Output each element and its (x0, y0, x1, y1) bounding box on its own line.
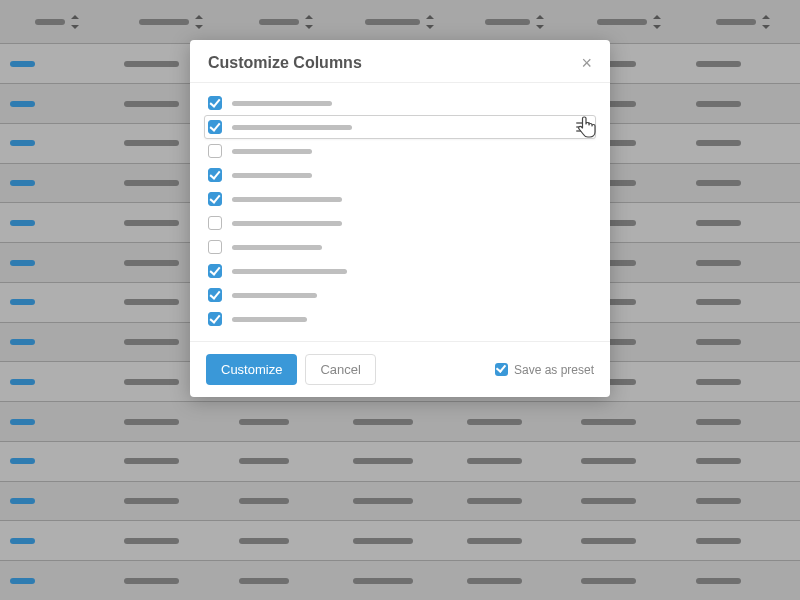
dialog-footer: Customize Cancel Save as preset (190, 342, 610, 397)
column-option-row[interactable] (204, 211, 596, 235)
column-name-placeholder (232, 101, 332, 106)
column-visibility-checkbox[interactable] (208, 312, 222, 326)
column-name-placeholder (232, 125, 352, 130)
column-name-placeholder (232, 269, 347, 274)
column-name-placeholder (232, 197, 342, 202)
column-name-placeholder (232, 317, 307, 322)
column-option-row[interactable] (204, 283, 596, 307)
column-visibility-checkbox[interactable] (208, 216, 222, 230)
close-icon[interactable]: × (581, 54, 592, 72)
column-option-row[interactable] (204, 139, 596, 163)
save-preset-label: Save as preset (514, 363, 594, 377)
column-visibility-checkbox[interactable] (208, 264, 222, 278)
column-visibility-checkbox[interactable] (208, 120, 222, 134)
column-name-placeholder (232, 293, 317, 298)
column-option-row[interactable] (204, 259, 596, 283)
dialog-header: Customize Columns × (190, 40, 610, 82)
customize-columns-dialog: Customize Columns × Customize Cancel Sav… (190, 40, 610, 397)
column-option-row[interactable] (204, 307, 596, 331)
column-option-row[interactable] (204, 235, 596, 259)
column-visibility-checkbox[interactable] (208, 192, 222, 206)
column-visibility-checkbox[interactable] (208, 96, 222, 110)
drag-handle-icon[interactable] (576, 122, 592, 132)
column-list (190, 82, 610, 342)
column-name-placeholder (232, 173, 312, 178)
column-option-row[interactable] (204, 91, 596, 115)
column-option-row[interactable] (204, 115, 596, 139)
customize-button[interactable]: Customize (206, 354, 297, 385)
column-option-row[interactable] (204, 187, 596, 211)
column-visibility-checkbox[interactable] (208, 144, 222, 158)
column-name-placeholder (232, 221, 342, 226)
column-name-placeholder (232, 245, 322, 250)
cancel-button[interactable]: Cancel (305, 354, 375, 385)
column-option-row[interactable] (204, 163, 596, 187)
column-visibility-checkbox[interactable] (208, 168, 222, 182)
column-visibility-checkbox[interactable] (208, 288, 222, 302)
save-preset-group: Save as preset (495, 363, 594, 377)
dialog-title: Customize Columns (208, 54, 362, 72)
save-preset-checkbox[interactable] (495, 363, 508, 376)
column-name-placeholder (232, 149, 312, 154)
column-visibility-checkbox[interactable] (208, 240, 222, 254)
